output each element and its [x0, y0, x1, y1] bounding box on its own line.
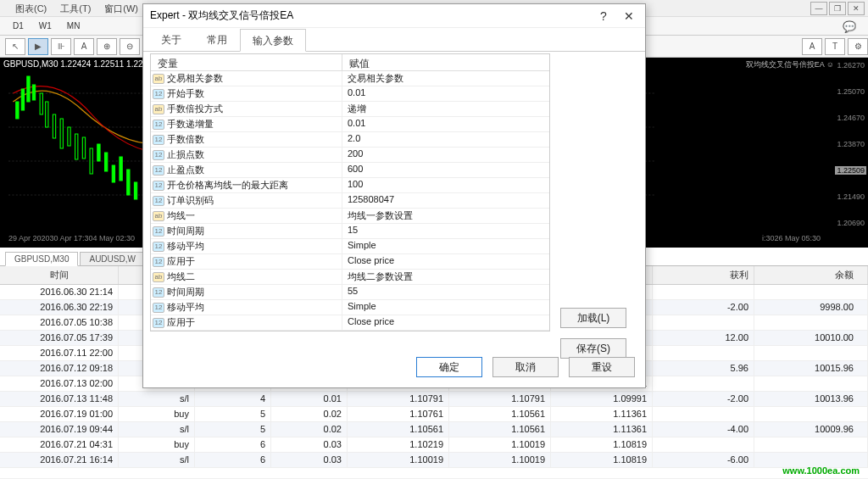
param-value[interactable]: 125808047	[342, 193, 549, 208]
number-icon: 12	[153, 303, 164, 313]
tf-w1[interactable]: W1	[33, 19, 58, 32]
cancel-button[interactable]: 取消	[492, 357, 559, 377]
param-value[interactable]: 200	[342, 148, 549, 162]
param-value[interactable]: 100	[342, 178, 549, 192]
param-row[interactable]: 12应用于Close price	[151, 315, 549, 331]
param-col-val: 赋值	[342, 54, 549, 70]
sheet-tab-gbpusd[interactable]: GBPUSD,M30	[5, 252, 78, 266]
param-value[interactable]: Close price	[342, 315, 549, 330]
save-button[interactable]: 保存(S)	[560, 338, 626, 359]
param-row[interactable]: 12开仓价格离均线一的最大距离100	[151, 178, 549, 193]
tab-inputs[interactable]: 输入参数	[240, 29, 306, 52]
svg-rect-12	[68, 127, 70, 146]
number-icon: 12	[153, 89, 164, 99]
param-key: 应用于	[167, 316, 195, 329]
param-key: 移动平均	[167, 301, 204, 314]
param-key: 手数倍数	[167, 133, 204, 146]
close-icon[interactable]: ✕	[848, 2, 865, 15]
maximize-icon[interactable]: ❐	[829, 2, 846, 15]
param-value[interactable]: 15	[342, 224, 549, 238]
zoom-in-icon[interactable]: ⊕	[97, 38, 117, 55]
chat-icon[interactable]: 💬	[843, 20, 856, 33]
menu-chart[interactable]: 图表(C)	[8, 0, 53, 16]
param-value[interactable]: Simple	[342, 300, 549, 315]
chart-ea-label: 双均线交叉信号倍投EA ☺	[746, 59, 834, 70]
param-row[interactable]: ab均线一均线一参数设置	[151, 209, 549, 224]
param-value[interactable]: Close price	[342, 254, 549, 269]
tf-d1[interactable]: D1	[7, 19, 30, 32]
svg-rect-16	[97, 144, 100, 161]
play-icon[interactable]: ▶	[28, 38, 48, 55]
table-row[interactable]: 2016.07.21 16:14s/l60.031.100191.100191.…	[0, 453, 868, 468]
param-row[interactable]: 12移动平均Simple	[151, 300, 549, 315]
param-row[interactable]: 12时间周期55	[151, 285, 549, 300]
table-row[interactable]: 2016.07.21 04:31buy60.031.102191.100191.…	[0, 437, 868, 453]
ea-icon[interactable]: A	[802, 38, 822, 55]
param-row[interactable]: 12应用于Close price	[151, 254, 549, 270]
current-price-tag: 1.22509	[835, 166, 866, 175]
param-value[interactable]: 均线二参数设置	[342, 270, 549, 284]
param-value[interactable]: 0.01	[342, 117, 549, 131]
param-row[interactable]: 12止损点数200	[151, 148, 549, 163]
param-row[interactable]: 12时间周期15	[151, 224, 549, 239]
param-value[interactable]: 2.0	[342, 132, 549, 147]
svg-rect-14	[82, 137, 85, 159]
help-icon[interactable]: ?	[591, 6, 616, 26]
param-key: 时间周期	[167, 225, 204, 237]
param-value[interactable]: Simple	[342, 239, 549, 253]
param-key: 开始手数	[167, 87, 204, 100]
sheet-tab-audusd[interactable]: AUDUSD,W	[80, 252, 144, 265]
zoom-out-icon[interactable]: ⊖	[120, 38, 140, 55]
number-icon: 12	[153, 196, 164, 206]
svg-rect-8	[40, 93, 42, 114]
load-button[interactable]: 加载(L)	[560, 308, 626, 328]
number-icon: 12	[153, 135, 164, 145]
cursor-icon[interactable]: ↖	[5, 38, 25, 55]
param-row[interactable]: 12手数倍数2.0	[151, 132, 549, 148]
param-row[interactable]: 12手数递增量0.01	[151, 117, 549, 132]
number-icon: 12	[153, 257, 164, 267]
string-icon: ab	[153, 104, 164, 114]
candlestick-icon[interactable]: ⊪	[51, 38, 71, 55]
tab-about[interactable]: 关于	[148, 28, 194, 51]
tf-mn[interactable]: MN	[61, 19, 86, 32]
menu-window[interactable]: 窗口(W)	[97, 0, 145, 16]
window-controls-outer: — ❐ ✕	[810, 2, 865, 15]
a-icon[interactable]: A	[74, 38, 94, 55]
param-row[interactable]: ab交易相关参数交易相关参数	[151, 71, 549, 86]
param-row[interactable]: 12止盈点数600	[151, 163, 549, 178]
param-row[interactable]: ab手数倍投方式递增	[151, 102, 549, 117]
table-row[interactable]: 2016.07.13 11:48s/l40.011.107911.107911.…	[0, 392, 868, 407]
param-row[interactable]: 12开始手数0.01	[151, 86, 549, 102]
param-row[interactable]: ab均线二均线二参数设置	[151, 270, 549, 285]
tab-common[interactable]: 常用	[194, 28, 240, 51]
param-value[interactable]: 55	[342, 285, 549, 299]
table-row[interactable]: 2016.07.19 01:00buy50.021.107611.105611.…	[0, 407, 868, 422]
param-row[interactable]: 12订单识别码125808047	[151, 193, 549, 209]
param-value[interactable]: 递增	[342, 102, 549, 116]
menu-tools[interactable]: 工具(T)	[53, 0, 97, 16]
param-value[interactable]: 交易相关参数	[342, 71, 549, 86]
param-col-var: 变量	[151, 54, 342, 70]
param-key: 开仓价格离均线一的最大距离	[167, 179, 288, 192]
param-row[interactable]: 12移动平均Simple	[151, 239, 549, 254]
template-icon[interactable]: T	[825, 38, 845, 55]
table-row[interactable]: 2016.07.19 09:44s/l50.021.105611.105611.…	[0, 422, 868, 437]
number-icon: 12	[153, 242, 164, 252]
param-value[interactable]: 均线一参数设置	[342, 209, 549, 223]
expert-dialog: Expert - 双均线交叉信号倍投EA ? ✕ 关于 常用 输入参数 变量 赋…	[142, 3, 646, 388]
reset-button[interactable]: 重设	[569, 357, 635, 377]
close-icon[interactable]: ✕	[616, 6, 642, 26]
param-key: 移动平均	[167, 240, 204, 253]
col-time: 时间	[0, 266, 119, 284]
ok-button[interactable]: 确定	[416, 357, 482, 377]
dialog-titlebar[interactable]: Expert - 双均线交叉信号倍投EA ? ✕	[143, 4, 645, 28]
param-value[interactable]: 600	[342, 163, 549, 177]
svg-rect-6	[27, 76, 30, 102]
settings-icon[interactable]: ⚙	[848, 38, 868, 55]
minimize-icon[interactable]: —	[810, 2, 827, 15]
svg-rect-18	[112, 165, 114, 182]
param-value[interactable]: 0.01	[342, 86, 549, 101]
svg-rect-5	[21, 89, 24, 110]
number-icon: 12	[153, 150, 164, 160]
